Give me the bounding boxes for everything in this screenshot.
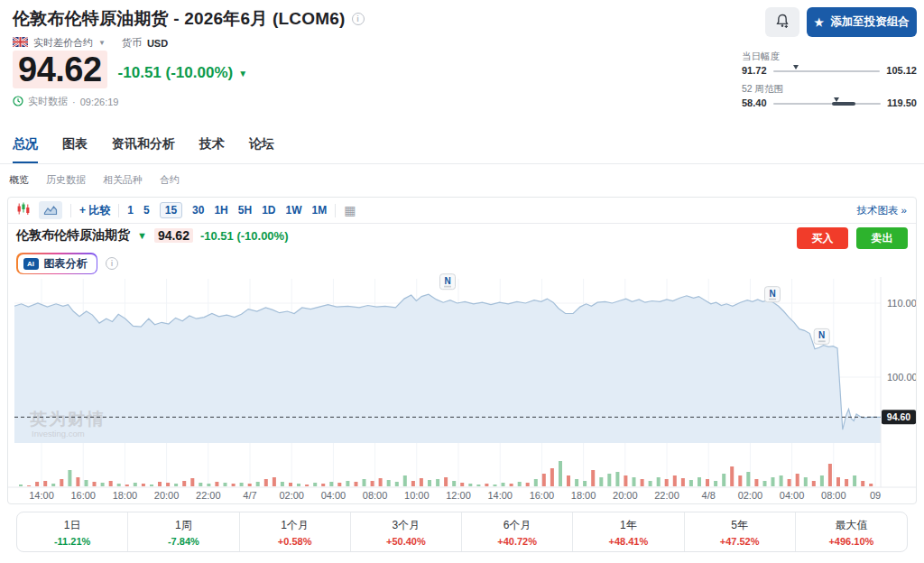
chart-last-price: 94.62 (154, 228, 193, 243)
area-chart-button[interactable] (39, 201, 62, 219)
news-marker-0[interactable]: N (440, 274, 456, 290)
volume-bar (158, 482, 162, 486)
compare-button[interactable]: + 比较 (79, 203, 110, 218)
title-info-icon[interactable]: i (352, 13, 365, 25)
volume-bar (297, 484, 300, 486)
subtab-2[interactable]: 相关品种 (103, 173, 143, 187)
tab-0[interactable]: 总况 (13, 136, 38, 164)
chart-toolbar: + 比较 1515301H5H1D1W1M ▦ 技术图表 » (8, 198, 916, 224)
volume-bar (379, 478, 383, 486)
volume-bar (599, 477, 603, 486)
perf-period-label: 1年 (620, 518, 637, 533)
volume-bar (142, 484, 145, 486)
x-axis-label: 4/8 (702, 490, 716, 501)
page-title: 伦敦布伦特原油期货 - 2026年6月 (LCOM6) (13, 7, 346, 31)
interval-5H[interactable]: 5H (238, 204, 252, 217)
ai-chart-analysis-button[interactable]: AI 图表分析 (16, 253, 97, 274)
volume-bar (134, 483, 137, 486)
news-marker-2[interactable]: N (814, 328, 829, 344)
volume-bar (240, 483, 244, 486)
day-range-slider (773, 66, 881, 75)
svg-text:N: N (444, 276, 450, 286)
instrument-overview-page: 伦敦布伦特原油期货 - 2026年6月 (LCOM6) i 实时差价合约 ▼ 货… (0, 0, 924, 563)
price-area-fill (14, 294, 881, 443)
status-separator: · (72, 97, 76, 107)
interval-15[interactable]: 15 (160, 202, 182, 218)
tab-1[interactable]: 图表 (62, 136, 88, 164)
volume-bar (190, 478, 194, 486)
buy-button[interactable]: 买入 (797, 227, 848, 249)
ai-badge-icon: AI (23, 258, 39, 270)
indicators-icon[interactable]: ▦ (344, 203, 356, 217)
volume-bar (199, 483, 202, 486)
sell-button[interactable]: 卖出 (856, 227, 908, 249)
perf-period-value: -11.21% (54, 536, 90, 547)
volume-bar (714, 481, 717, 486)
toolbar-divider (70, 204, 71, 217)
volume-bar (615, 472, 619, 486)
volume-bar (738, 475, 742, 486)
perf-period-label: 3个月 (393, 518, 420, 533)
interval-1M[interactable]: 1M (311, 204, 327, 217)
week52-range-row: 58.40 119.50 (742, 97, 917, 108)
x-axis-label: 04:00 (321, 490, 346, 501)
interval-1[interactable]: 1 (127, 204, 134, 217)
interval-1D[interactable]: 1D (262, 204, 275, 217)
tab-4[interactable]: 论坛 (249, 136, 274, 164)
volume-bar (273, 477, 276, 486)
volume-bar (428, 480, 431, 486)
create-alert-button[interactable] (765, 7, 799, 37)
interval-1H[interactable]: 1H (214, 204, 227, 217)
x-axis-label: 10:00 (404, 490, 430, 501)
watermark-brand: Investing.com (32, 429, 85, 438)
volume-bar (657, 477, 661, 486)
main-tabs: 总况图表资讯和分析技术论坛 (13, 136, 274, 164)
ai-info-icon[interactable]: i (106, 257, 118, 270)
volume-bar (673, 475, 677, 486)
volume-bar (166, 483, 170, 486)
volume-bar (289, 483, 292, 486)
volume-bar (641, 479, 644, 486)
x-axis-label: 09 (870, 490, 881, 501)
volume-bar (35, 482, 39, 486)
x-axis-label: 08:00 (821, 490, 846, 501)
change-dropdown-caret[interactable]: ▼ (238, 69, 247, 78)
volume-bar (93, 482, 97, 486)
add-to-portfolio-button[interactable]: ★ 添加至投资组合 (807, 7, 917, 37)
week52-day-band (832, 102, 855, 106)
last-price: 94.62 (13, 51, 107, 88)
volume-bar (836, 477, 840, 486)
technical-chart-link[interactable]: 技术图表 » (856, 204, 907, 217)
volume-bar (665, 479, 669, 486)
interval-1W[interactable]: 1W (285, 204, 301, 217)
ranges-panel: 当日幅度 91.72 105.12 52 周范围 58.40 119.50 (742, 51, 917, 115)
tab-2[interactable]: 资讯和分析 (112, 136, 175, 164)
volume-bar (51, 484, 55, 486)
perf-period-value: -7.84% (168, 536, 199, 547)
perf-period-label: 5年 (731, 518, 748, 533)
interval-5[interactable]: 5 (143, 204, 150, 217)
tab-3[interactable]: 技术 (199, 136, 225, 164)
candlestick-icon (16, 202, 31, 218)
quote-block: 94.62 -10.51 (-10.00%) ▼ 实时数据 · 09:26:19 (13, 51, 247, 108)
volume-bar (395, 482, 399, 486)
subtab-0[interactable]: 概览 (9, 173, 29, 187)
volume-bar (510, 484, 513, 486)
instrument-type-dropdown[interactable]: 实时差价合约 (33, 36, 93, 50)
volume-bar (85, 480, 88, 486)
subtab-1[interactable]: 历史数据 (46, 173, 86, 187)
sub-tabs: 概览历史数据相关品种合约 (9, 173, 180, 187)
price-change: -10.51 (-10.00%) ▼ (118, 64, 247, 82)
interval-30[interactable]: 30 (192, 204, 204, 217)
volume-bar (248, 484, 252, 486)
candlestick-chart-button[interactable] (16, 202, 31, 218)
news-marker-1[interactable]: N (765, 287, 781, 302)
volume-bar (68, 470, 71, 486)
perf-cell-1个月: 1个月+0.58% (240, 512, 351, 551)
x-axis-label: 12:00 (446, 490, 471, 501)
add-to-portfolio-label: 添加至投资组合 (830, 14, 910, 30)
volume-bar (371, 481, 374, 486)
perf-cell-3个月: 3个月+50.40% (351, 512, 462, 551)
volume-bar (772, 477, 775, 486)
subtab-3[interactable]: 合约 (160, 173, 180, 187)
